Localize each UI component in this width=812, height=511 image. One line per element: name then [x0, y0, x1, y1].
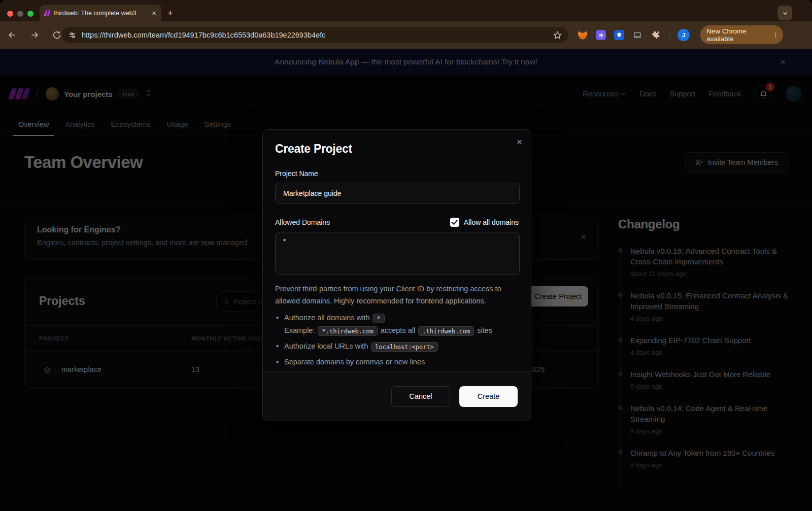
help-bullet-localhost: Authorize local URLs with localhost:<por…: [275, 340, 519, 353]
code-chip-domain: .thirdweb.com: [418, 326, 474, 336]
cancel-button[interactable]: Cancel: [391, 386, 450, 407]
toolbar-divider: [669, 30, 669, 40]
modal-close-icon[interactable]: ×: [517, 137, 522, 148]
project-name-label: Project Name: [275, 169, 519, 178]
code-chip-wildcard-domain: *.thirdweb.com: [318, 326, 377, 336]
modal-title: Create Project: [275, 142, 519, 156]
minimize-window-button[interactable]: [17, 11, 23, 17]
chrome-profile-avatar[interactable]: J: [678, 29, 690, 41]
screen-share-extension-icon[interactable]: [632, 30, 642, 40]
back-button[interactable]: [6, 29, 18, 41]
favicon-thirdweb: [45, 10, 50, 16]
chrome-tabstrip: thirdweb: The complete web3 × +: [0, 0, 812, 21]
forward-arrow-icon: [29, 30, 40, 40]
extensions-puzzle-icon[interactable]: [651, 30, 661, 40]
close-window-button[interactable]: [7, 11, 13, 17]
domains-help-text: Prevent third-parties from using your Cl…: [275, 283, 520, 307]
chrome-toolbar: https://thirdweb.com/team/fcd194917bc9c6…: [0, 21, 812, 49]
help-bullet-separators: Separate domains by commas or new lines: [275, 356, 519, 368]
tab-search-button[interactable]: [777, 6, 792, 20]
snowflake-extension-icon[interactable]: [596, 30, 606, 40]
allow-all-domains-label: Allow all domains: [464, 218, 519, 226]
allowed-domains-row: Allowed Domains Allow all domains: [275, 218, 519, 227]
metamask-extension-icon[interactable]: [578, 30, 588, 40]
site-settings-icon[interactable]: [68, 31, 77, 40]
allow-all-domains-checkbox[interactable]: [450, 218, 459, 227]
browser-tab[interactable]: thirdweb: The complete web3 ×: [40, 5, 161, 21]
domains-help-list: Authorize all domains with * Example: *.…: [275, 312, 519, 368]
extensions-row: J: [578, 29, 690, 41]
code-chip-asterisk: *: [373, 314, 384, 323]
create-button[interactable]: Create: [459, 386, 518, 407]
forward-button[interactable]: [28, 29, 41, 41]
modal-body: Create Project Project Name Allowed Doma…: [263, 130, 531, 383]
new-tab-button[interactable]: +: [167, 8, 173, 18]
tab-close-icon[interactable]: ×: [152, 9, 156, 17]
create-project-modal: × Create Project Project Name Allowed Do…: [262, 129, 531, 421]
reload-icon: [52, 30, 61, 40]
reload-button[interactable]: [51, 29, 63, 41]
code-chip-localhost: localhost:<port>: [371, 342, 438, 352]
kebab-menu-icon[interactable]: [772, 31, 779, 39]
tab-title: thirdweb: The complete web3: [54, 10, 137, 17]
modal-footer: Cancel Create: [263, 371, 531, 421]
project-name-input[interactable]: [275, 183, 520, 204]
allowed-domains-label: Allowed Domains: [275, 218, 330, 226]
help-bullet-authorize-all: Authorize all domains with * Example: *.…: [275, 312, 519, 337]
url-bar[interactable]: https://thirdweb.com/team/fcd194917bc9c6…: [62, 27, 568, 43]
domains-textarea[interactable]: *: [275, 232, 520, 275]
chevron-down-icon: [782, 10, 788, 16]
bookmark-star-icon[interactable]: [553, 30, 562, 40]
chrome-update-button[interactable]: New Chrome available: [700, 25, 783, 44]
chrome-update-label: New Chrome available: [706, 27, 769, 43]
allow-all-domains-control[interactable]: Allow all domains: [450, 218, 519, 227]
browser-window: thirdweb: The complete web3 × + https://…: [0, 0, 812, 511]
zoom-window-button[interactable]: [27, 11, 33, 17]
back-arrow-icon: [7, 30, 17, 40]
window-controls: [7, 11, 33, 17]
url-text: https://thirdweb.com/team/fcd194917bc9c6…: [82, 31, 548, 39]
shield-extension-icon[interactable]: [614, 30, 624, 40]
